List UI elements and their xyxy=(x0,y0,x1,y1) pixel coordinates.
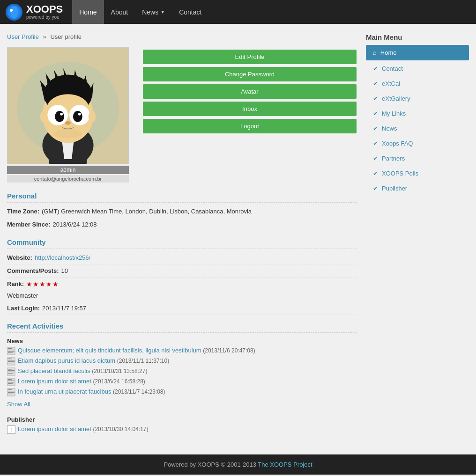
website-link[interactable]: http://localhost/x256/ xyxy=(35,254,90,261)
news-item-2: Etiam dapibus purus id lacus dictum (201… xyxy=(7,357,357,366)
member-since-value: 2013/6/24 12:08 xyxy=(52,221,97,228)
edit-profile-button[interactable]: Edit Profile xyxy=(143,50,357,64)
sidebar-item-news[interactable]: ✔ News xyxy=(366,121,469,136)
sidebar-item-extcal[interactable]: ✔ eXtCal xyxy=(366,76,469,91)
svg-rect-33 xyxy=(8,351,15,352)
sidebar-item-xoopsfaq[interactable]: ✔ Xoops FAQ xyxy=(366,136,469,151)
publisher-item-1: ! Lorem ipsum dolor sit amet (2013/10/30… xyxy=(7,425,357,434)
svg-rect-37 xyxy=(8,360,15,360)
news-link-4[interactable]: Lorem ipsum dolor sit amet xyxy=(18,378,91,385)
svg-rect-48 xyxy=(8,382,15,382)
sidebar-news-label: News xyxy=(382,125,397,132)
nav-news[interactable]: News ▼ xyxy=(135,0,172,24)
news-dropdown-arrow: ▼ xyxy=(160,9,165,15)
publisher-activity-label: Publisher xyxy=(7,416,357,423)
news-icon-4 xyxy=(7,378,15,386)
sidebar-item-mylinks[interactable]: ✔ My Links xyxy=(366,106,469,121)
comments-label: Comments/Posts: xyxy=(7,267,59,274)
sidebar-xoopsfaq-label: Xoops FAQ xyxy=(382,140,413,147)
check-icon-xoopspolls: ✔ xyxy=(373,170,378,177)
news-date-5: (2013/11/7 14:23:08) xyxy=(113,388,165,395)
sidebar-home-label: Home xyxy=(380,49,397,56)
news-link-2[interactable]: Etiam dapibus purus id lacus dictum xyxy=(18,357,115,364)
nav-contact[interactable]: Contact xyxy=(172,0,208,24)
brand-logo[interactable]: XOOPS powered by you xyxy=(5,3,63,22)
news-date-4: (2013/6/24 16:58:28) xyxy=(93,378,145,385)
sidebar-item-contact[interactable]: ✔ Contact xyxy=(366,61,469,76)
show-all-link[interactable]: Show All xyxy=(7,401,30,408)
main-menu-title: Main Menu xyxy=(366,33,469,41)
svg-rect-36 xyxy=(8,359,12,359)
rank-label: Rank: xyxy=(7,280,24,288)
member-since-row: Member Since: 2013/6/24 12:08 xyxy=(7,218,357,231)
sidebar-item-home[interactable]: ⌂ Home xyxy=(366,45,469,60)
svg-rect-31 xyxy=(8,348,12,349)
footer-link[interactable]: The XOOPS Project xyxy=(258,461,312,468)
rank-row: Rank: ★ ★ ★ ★ ★ xyxy=(7,278,357,291)
star-1: ★ xyxy=(26,280,32,288)
svg-point-27 xyxy=(40,111,47,122)
news-date-2: (2013/11/1 11:37:10) xyxy=(117,358,169,364)
publisher-link-1[interactable]: Lorem ipsum dolor sit amet xyxy=(18,425,91,432)
navbar: XOOPS powered by you Home About News ▼ C… xyxy=(0,0,476,24)
svg-rect-34 xyxy=(8,352,13,353)
recent-activities-title: Recent Activities xyxy=(7,322,357,333)
check-icon-xoopsfaq: ✔ xyxy=(373,140,378,147)
svg-point-28 xyxy=(89,111,96,122)
last-login-value: 2013/11/7 19:57 xyxy=(42,305,86,312)
svg-point-3 xyxy=(10,9,13,12)
logout-button[interactable]: Logout xyxy=(143,119,357,133)
nav-home[interactable]: Home xyxy=(72,0,104,24)
profile-email: contato@angelorocha.com.br xyxy=(7,175,129,183)
home-icon: ⌂ xyxy=(373,49,377,56)
news-item-1: Quisque elementum; elit quis tincidunt f… xyxy=(7,347,357,355)
breadcrumb-link[interactable]: User Profile xyxy=(7,33,39,40)
sidebar-item-publisher[interactable]: ✔ Publisher xyxy=(366,181,469,196)
website-label: Website: xyxy=(7,254,32,261)
profile-avatar xyxy=(7,47,129,164)
rank-stars: ★ ★ ★ ★ ★ xyxy=(26,280,59,288)
svg-rect-47 xyxy=(8,381,15,381)
profile-username: admin xyxy=(7,166,129,174)
news-item-3: Sed placerat blandit iaculis (2013/10/31… xyxy=(7,367,357,376)
comments-row: Comments/Posts: 10 xyxy=(7,264,357,278)
publisher-icon-1: ! xyxy=(7,425,15,434)
svg-point-25 xyxy=(78,113,81,116)
news-link-3[interactable]: Sed placerat blandit iaculis xyxy=(18,367,90,374)
news-icon-5 xyxy=(7,388,15,396)
svg-rect-52 xyxy=(8,391,15,391)
svg-rect-46 xyxy=(8,379,12,380)
news-date-1: (2013/11/6 20:47:08) xyxy=(203,347,255,354)
svg-rect-38 xyxy=(8,361,15,362)
member-since-label: Member Since: xyxy=(7,221,50,228)
svg-point-2 xyxy=(10,6,18,19)
rank-value: ★ ★ ★ ★ ★ xyxy=(26,280,59,288)
sidebar-item-xoopspolls[interactable]: ✔ XOOPS Polls xyxy=(366,166,469,181)
sidebar-item-partners[interactable]: ✔ Partners xyxy=(366,151,469,166)
community-section-title: Community xyxy=(7,238,357,249)
xoops-logo-icon xyxy=(5,3,23,22)
sidebar-item-extgallery[interactable]: ✔ eXtGallery xyxy=(366,91,469,106)
nav-about[interactable]: About xyxy=(104,0,135,24)
brand-name: XOOPS xyxy=(26,3,63,15)
profile-area: admin contato@angelorocha.com.br Edit Pr… xyxy=(7,47,357,183)
news-link-1[interactable]: Quisque elementum; elit quis tincidunt f… xyxy=(18,347,201,354)
news-date-3: (2013/10/31 13:58:27) xyxy=(92,368,147,374)
check-icon-contact: ✔ xyxy=(373,65,378,72)
check-icon-extgallery: ✔ xyxy=(373,95,378,102)
personal-section-title: Personal xyxy=(7,192,357,203)
svg-point-23 xyxy=(73,111,82,122)
change-password-button[interactable]: Change Password xyxy=(143,67,357,81)
breadcrumb: User Profile » User profile xyxy=(7,33,357,40)
inbox-button[interactable]: Inbox xyxy=(143,102,357,116)
svg-rect-32 xyxy=(8,350,15,350)
star-2: ★ xyxy=(33,280,39,288)
svg-rect-54 xyxy=(8,394,13,394)
news-item-4: Lorem ipsum dolor sit amet (2013/6/24 16… xyxy=(7,378,357,386)
comments-value: 10 xyxy=(61,267,68,274)
check-icon-extcal: ✔ xyxy=(373,80,378,87)
news-link-5[interactable]: In feugiat urna ut placerat faucibus xyxy=(18,388,111,395)
avatar-button[interactable]: Avatar xyxy=(143,84,357,99)
sidebar-extgallery-label: eXtGallery xyxy=(382,95,410,102)
brand-sub: powered by you xyxy=(26,15,63,20)
